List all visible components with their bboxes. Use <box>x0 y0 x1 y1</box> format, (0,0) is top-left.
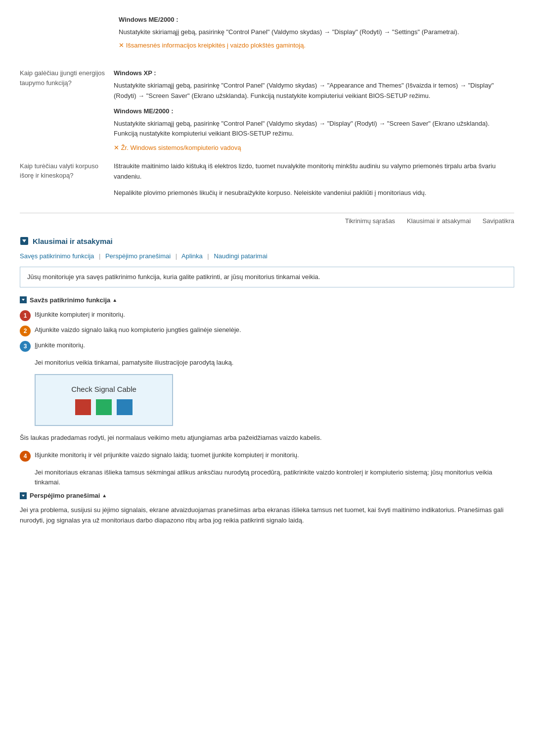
perspejimo-text: Jei yra problema, susijusi su įėjimo sig… <box>20 505 514 526</box>
section-header: Klausimai ir atsakymai <box>20 236 514 245</box>
sub-nav-link2[interactable]: Perspėjimo pranešimai <box>105 252 171 260</box>
step-2: 2 Atjunkite vaizdo signalo laiką nuo kom… <box>20 325 514 336</box>
top-right-col: Windows ME/2000 : Nustatykite skiriamąjį… <box>119 15 514 58</box>
monitor-box-title: Check Signal Cable <box>45 385 162 393</box>
info-box-text: Jūsų monitoriuje yra savęs patikrinimo f… <box>27 273 320 281</box>
step-num-4: 4 <box>20 451 31 462</box>
step-4: 4 Išjunkite monitorių ir vėl prijunkite … <box>20 450 514 462</box>
section-title: Klausimai ir atsakymai <box>33 237 113 245</box>
sub-nav-link4[interactable]: Naudingi patarimai <box>214 252 267 260</box>
top-left-col <box>20 15 119 58</box>
perspejimo-title-row[interactable]: Perspėjimo pranešimai ▲ <box>20 492 514 499</box>
windows-me2000-block1: Windows ME/2000 : Nustatykite skiriamąjį… <box>119 15 514 50</box>
os-text: Nustatykite skiriamąjį gebą, pasirinkę "… <box>119 27 514 38</box>
separator1: | <box>99 252 100 260</box>
block2-row: Kaip galėčiau įjungti energijos taupymo … <box>20 68 514 153</box>
nav-item-2[interactable]: Klausimai ir atsakymai <box>407 217 471 225</box>
steps-list: 1 Išjunkite kompiuterį ir monitorių. 2 A… <box>20 310 514 352</box>
block2-left: Kaip galėčiau įjungti energijos taupymo … <box>20 68 114 153</box>
step-3: 3 Įjunkite monitorių. <box>20 340 514 352</box>
savzs-title-row[interactable]: Savžs patikrinimo funkcija ▲ <box>20 296 514 304</box>
block3-text1: Ištraukite maitinimo laido kištuką iš el… <box>114 161 514 182</box>
separator3: | <box>207 252 209 260</box>
step4-subtext: Jei monitoriaus ekranas išlieka tamsus s… <box>35 468 514 487</box>
nav-footer: Tikrinimų sąrašas Klausimai ir atsakymai… <box>20 213 514 225</box>
block3-text2: Nepalikite plovimo priemonės likučių ir … <box>114 188 514 198</box>
sub-nav-link1[interactable]: Savęs patikrinimo funkcija <box>20 252 94 260</box>
color-squares <box>45 399 162 415</box>
perspejimo-title-text: Perspėjimo pranešimai <box>30 492 100 499</box>
savzs-collapse-triangle: ▲ <box>112 297 117 303</box>
nav-item-1[interactable]: Tikrinimų sąrašas <box>345 217 395 225</box>
savzs-title-text: Savžs patikrinimo funkcija <box>30 296 110 304</box>
xp-text: Nustatykite skiriamąjį gebą, pasirinkę "… <box>114 81 514 101</box>
savzs-arrow-box <box>20 296 27 303</box>
xp-label: Windows XP : <box>114 68 514 79</box>
top-section: Windows ME/2000 : Nustatykite skiriamąjį… <box>20 15 514 58</box>
block3-left: Kaip turėčiau valyti korpuso išorę ir ki… <box>20 161 114 198</box>
step-1-text: Išjunkite kompiuterį ir monitorių. <box>35 310 125 320</box>
after-monitor-text: Šis laukas pradedamas rodyti, jei normal… <box>20 433 514 443</box>
os-label: Windows ME/2000 : <box>119 15 514 25</box>
step-2-text: Atjunkite vaizdo signalo laiką nuo kompi… <box>35 325 241 335</box>
separator2: | <box>176 252 177 260</box>
step-3-text: Įjunkite monitorių. <box>35 340 85 350</box>
monitor-illustration-box: Check Signal Cable <box>35 374 173 426</box>
note-link1: Išsamesnės informacijos kreipkitės į vai… <box>119 41 514 51</box>
me-label: Windows ME/2000 : <box>114 106 514 117</box>
block3-right: Ištraukite maitinimo laido kištuką iš el… <box>114 161 514 198</box>
color-square-green <box>96 399 112 415</box>
color-square-blue <box>117 399 133 415</box>
step-num-2: 2 <box>20 326 31 336</box>
step-num-1: 1 <box>20 310 31 321</box>
step-1: 1 Išjunkite kompiuterį ir monitorių. <box>20 310 514 321</box>
block2-right: Windows XP : Nustatykite skiriamąjį gebą… <box>114 68 514 153</box>
sub-nav: Savęs patikrinimo funkcija | Perspėjimo … <box>20 252 514 260</box>
perspejimo-arrow-box <box>20 492 27 499</box>
step4-list: 4 Išjunkite monitorių ir vėl prijunkite … <box>20 450 514 462</box>
me-text: Nustatykite skiriamąjį gebą, pasirinkę "… <box>114 119 514 140</box>
perspejimo-collapse-triangle: ▲ <box>102 493 107 498</box>
step3-subtext: Jei monitorius veikia tinkamai, pamatysi… <box>35 358 514 368</box>
step-4-text: Išjunkite monitorių ir vėl prijunkite va… <box>35 450 299 460</box>
note-link2: Žr. Windows sistemos/kompiuterio vadovą <box>114 143 514 153</box>
block3-row: Kaip turėčiau valyti korpuso išorę ir ki… <box>20 161 514 198</box>
nav-item-3[interactable]: Savipatikra <box>483 217 514 225</box>
step-num-3: 3 <box>20 341 31 352</box>
info-box: Jūsų monitoriuje yra savęs patikrinimo f… <box>20 267 514 287</box>
color-square-red <box>75 399 91 415</box>
sub-nav-link3[interactable]: Aplinka <box>181 252 203 260</box>
section-arrow-icon <box>20 236 29 245</box>
